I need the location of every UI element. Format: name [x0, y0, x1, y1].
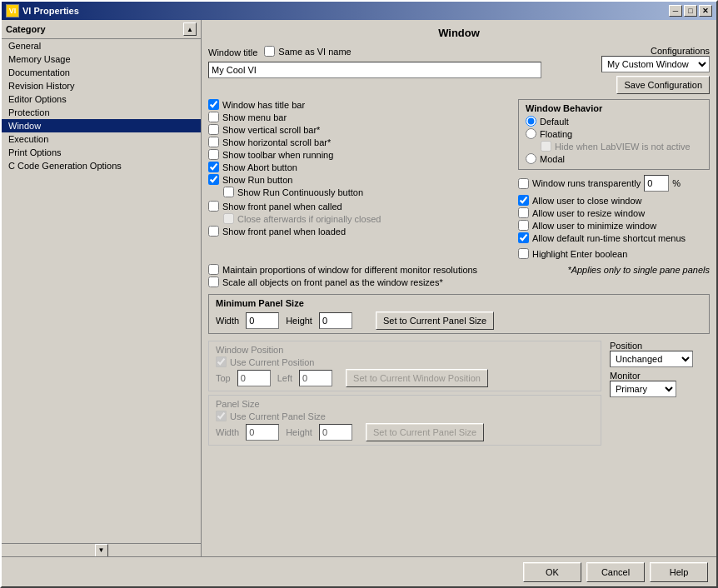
- show-front-panel-loaded-row: Show front panel when loaded: [208, 226, 510, 237]
- show-run-continuously-label: Show Run Continuously button: [237, 187, 363, 197]
- show-front-panel-called-row: Show front panel when called: [208, 201, 510, 212]
- left-col: Window has title bar Show menu bar Show …: [208, 99, 510, 261]
- applies-note: *Applies only to single pane panels: [567, 265, 710, 275]
- window-title-section: Window title Same as VI name: [208, 46, 541, 94]
- use-current-panel-size-label: Use Current Panel Size: [230, 411, 326, 421]
- show-vertical-scroll-row: Show vertical scroll bar*: [208, 124, 510, 135]
- panel-height-label: Height: [286, 427, 312, 437]
- panel-width-input: [246, 424, 279, 441]
- scroll-up-button[interactable]: ▲: [183, 22, 197, 36]
- highlight-enter-checkbox[interactable]: [518, 248, 529, 259]
- monitor-dropdown-section: Monitor Primary: [610, 371, 710, 397]
- hide-labview-row: Hide when LabVIEW is not active: [541, 141, 702, 152]
- cancel-button[interactable]: Cancel: [586, 562, 645, 582]
- highlight-enter-row: Highlight Enter boolean: [518, 248, 710, 259]
- maintain-proportions-checkbox[interactable]: [208, 264, 219, 275]
- panel-size-box: Panel Size Use Current Panel Size Width …: [208, 395, 601, 446]
- use-current-panel-size-checkbox: [216, 411, 227, 421]
- same-as-vi-checkbox[interactable]: [264, 46, 275, 57]
- has-title-bar-checkbox[interactable]: [208, 99, 219, 110]
- hide-labview-label: Hide when LabVIEW is not active: [555, 142, 691, 152]
- monitor-select[interactable]: Primary: [610, 381, 676, 397]
- show-menu-bar-row: Show menu bar: [208, 112, 510, 122]
- show-vertical-scroll-checkbox[interactable]: [208, 124, 219, 135]
- use-current-panel-size-row: Use Current Panel Size: [216, 411, 594, 421]
- min-width-input[interactable]: [246, 312, 279, 329]
- min-height-input[interactable]: [319, 312, 352, 329]
- scale-objects-checkbox[interactable]: [208, 277, 219, 287]
- window-title-label: Window title: [208, 47, 257, 57]
- maximize-button[interactable]: □: [684, 5, 697, 17]
- minimize-button[interactable]: ─: [669, 5, 682, 17]
- window-title: VI Properties: [22, 6, 79, 16]
- transparent-percent-input[interactable]: [644, 175, 669, 192]
- show-run-continuously-checkbox[interactable]: [223, 187, 234, 197]
- sidebar-item-execution[interactable]: Execution: [2, 132, 201, 146]
- same-as-vi-label: Same as VI name: [278, 47, 351, 57]
- position-select[interactable]: Unchanged: [610, 351, 693, 367]
- maintain-proportions-row: Maintain proportions of window for diffe…: [208, 264, 710, 275]
- top-input: [237, 370, 271, 386]
- title-bar: VI VI Properties ─ □ ✕: [2, 2, 716, 20]
- window-title-input[interactable]: [208, 62, 541, 78]
- configs-select[interactable]: My Custom Window: [601, 56, 710, 72]
- allow-minimize-checkbox[interactable]: [518, 220, 529, 231]
- two-column: Window has title bar Show menu bar Show …: [208, 99, 710, 261]
- maintain-proportions-label: Maintain proportions of window for diffe…: [222, 265, 477, 275]
- show-vertical-scroll-label: Show vertical scroll bar*: [222, 125, 320, 135]
- behavior-default-radio[interactable]: [526, 116, 536, 127]
- sidebar-item-ccode[interactable]: C Code Generation Options: [2, 159, 201, 172]
- allow-shortcuts-checkbox[interactable]: [518, 232, 529, 243]
- close-button[interactable]: ✕: [699, 5, 712, 17]
- show-run-checkbox[interactable]: [208, 174, 219, 185]
- left-panel: Category ▲ General Memory Usage Document…: [2, 20, 202, 556]
- behavior-modal-radio[interactable]: [526, 153, 536, 164]
- allow-close-checkbox[interactable]: [518, 195, 529, 206]
- behavior-floating-radio[interactable]: [526, 128, 536, 139]
- sidebar-item-documentation[interactable]: Documentation: [2, 66, 201, 79]
- scroll-down-area: ▼: [2, 543, 201, 556]
- sidebar-item-revision[interactable]: Revision History: [2, 79, 201, 92]
- help-button[interactable]: Help: [650, 562, 708, 582]
- top-row: Window title Same as VI name Configurati…: [208, 46, 710, 94]
- ok-button[interactable]: OK: [523, 562, 581, 582]
- show-front-panel-called-checkbox[interactable]: [208, 201, 219, 212]
- window-behavior-box: Window Behavior Default Floating Hide wh…: [518, 99, 710, 170]
- min-panel-size-row: Width Height Set to Current Panel Size: [216, 311, 702, 330]
- show-toolbar-checkbox[interactable]: [208, 149, 219, 160]
- set-current-panel-size-button[interactable]: Set to Current Panel Size: [376, 311, 494, 330]
- sidebar-item-window[interactable]: Window: [2, 119, 201, 132]
- category-header: Category ▲: [2, 20, 201, 39]
- vi-icon: VI: [6, 4, 19, 17]
- sidebar-item-general[interactable]: General: [2, 39, 201, 52]
- save-configuration-button[interactable]: Save Configuration: [616, 76, 710, 94]
- show-horizontal-scroll-checkbox[interactable]: [208, 137, 219, 147]
- show-front-panel-loaded-checkbox[interactable]: [208, 226, 219, 237]
- configs-box: Configurations My Custom Window Save Con…: [601, 46, 710, 94]
- allow-resize-checkbox[interactable]: [518, 207, 529, 218]
- behavior-floating-label: Floating: [540, 129, 572, 139]
- same-as-vi-checkbox-row: Same as VI name: [264, 46, 351, 57]
- use-current-position-checkbox: [216, 356, 227, 367]
- show-toolbar-label: Show toolbar when running: [222, 150, 333, 160]
- title-buttons: ─ □ ✕: [669, 5, 712, 17]
- position-panel-col: Window Position Use Current Position Top…: [208, 341, 601, 449]
- highlight-enter-label: Highlight Enter boolean: [532, 249, 627, 259]
- show-abort-checkbox[interactable]: [208, 162, 219, 172]
- sidebar-item-print[interactable]: Print Options: [2, 146, 201, 159]
- sidebar-item-editor[interactable]: Editor Options: [2, 92, 201, 106]
- behavior-floating-row: Floating: [526, 128, 702, 139]
- panel-width-label: Width: [216, 427, 239, 437]
- allow-close-label: Allow user to close window: [532, 196, 641, 206]
- runs-transparently-checkbox[interactable]: [518, 178, 529, 189]
- allow-resize-row: Allow user to resize window: [518, 207, 710, 218]
- behavior-default-row: Default: [526, 116, 702, 127]
- title-input-row: [208, 62, 541, 78]
- right-col: Window Behavior Default Floating Hide wh…: [518, 99, 710, 261]
- sidebar-item-protection[interactable]: Protection: [2, 106, 201, 119]
- scroll-down-button[interactable]: ▼: [95, 544, 108, 557]
- show-horizontal-scroll-label: Show horizontal scroll bar*: [222, 137, 331, 147]
- panel-height-input: [319, 424, 352, 441]
- sidebar-item-memory[interactable]: Memory Usage: [2, 52, 201, 66]
- show-menu-bar-checkbox[interactable]: [208, 112, 219, 122]
